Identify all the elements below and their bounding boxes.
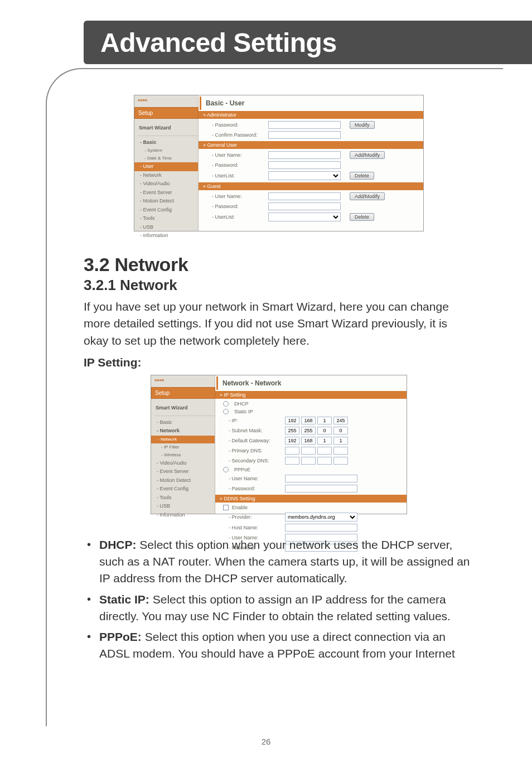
ip-octet-input[interactable] [317,457,332,465]
ip-octet-input[interactable] [317,437,332,445]
sidebar-item: - Video/Audio [138,180,198,189]
ip-octet-input[interactable] [317,427,332,434]
modify-button[interactable]: Modify [350,121,375,129]
label-userlist: - UserList: [212,214,265,220]
ip-octet-input[interactable] [333,437,348,445]
general-userlist-row: - UserList: Delete [199,170,423,181]
pppoe-user-input[interactable] [285,475,357,482]
general-user-bar: » General User [199,141,423,149]
section-heading-network: 3.2 Network [84,254,474,276]
ip-octet-input[interactable] [301,417,316,424]
label-password: - Password: [212,122,265,128]
ip-octet-row: - Secondary DNS: [215,456,407,466]
ip-octet-input[interactable] [285,417,299,424]
dhcp-radio-label: DHCP [234,401,249,407]
general-password-input[interactable] [268,161,341,169]
ip-field-label: - Secondary DNS: [229,458,282,463]
label-username: - User Name: [212,194,265,199]
radio-icon[interactable] [223,467,229,472]
delete-button[interactable]: Delete [350,213,374,221]
sidebar-item: - Event Config [154,485,215,494]
sidebar-item: - Information [138,231,198,240]
radio-icon[interactable] [223,401,229,407]
sidebar-item: - Tools [154,494,215,503]
general-username-row: - User Name: Add/Modify [199,150,423,160]
checkbox-icon[interactable] [223,505,229,510]
ip-octet-input[interactable] [301,457,316,465]
add-modify-button[interactable]: Add/Modify [350,192,385,200]
label-password: - Password: [212,204,265,209]
sidebar-item: - Information [154,511,215,520]
ip-field-label: - Subnet Mask: [229,428,282,433]
guest-password-row: - Password: [199,201,423,211]
static-ip-radio-row: Static IP [215,408,407,416]
ip-octet-row: - Subnet Mask: [215,426,407,436]
add-modify-button[interactable]: Add/Modify [350,151,385,159]
label-confirm-password: - Confirm Password: [212,132,265,138]
pppoe-pass-input[interactable] [285,485,357,492]
admin-section-bar: » Administrator [199,111,423,119]
setup-tab: Setup [134,107,199,119]
ip-octet-input[interactable] [333,457,348,465]
ddns-enable-label: Enable [232,505,248,510]
setup-tab: Setup [151,387,215,399]
ip-octet-input[interactable] [285,457,299,465]
ip-octet-input[interactable] [285,437,299,445]
page-title: Advanced Settings [100,27,337,58]
sidebar-item: - System [138,147,198,154]
bullet-dhcp-text: Select this option when your network use… [99,538,470,585]
header-banner: Advanced Settings [84,21,532,64]
dhcp-radio-row: DHCP [215,400,407,408]
smart-wizard-link: Smart Wizard [154,401,215,416]
ddns-host-row: - Host Name: [215,523,407,533]
ip-setting-bullet-list: DHCP: Select this option when your netwo… [84,537,474,662]
ip-octet-input[interactable] [333,417,348,424]
screenshot-network-network: ■■■■ Setup Smart Wizard - Basic- Network… [151,375,407,514]
bullet-dhcp: DHCP: Select this option when your netwo… [84,537,474,586]
ddns-provider-select[interactable]: members.dyndns.org [285,513,357,521]
ip-octet-input[interactable] [301,447,316,455]
ip-octet-input[interactable] [333,447,348,455]
sidebar-item: - Date & Time [138,154,198,162]
ip-octet-input[interactable] [285,427,299,434]
guest-username-input[interactable] [268,192,341,200]
guest-userlist-select[interactable] [268,213,341,221]
ip-octet-input[interactable] [317,417,332,424]
octet-group [285,457,348,465]
radio-icon[interactable] [223,409,229,414]
brand-logo: ■■■■ [138,98,198,105]
sidebar-item: - IP Filter [154,443,215,451]
sidebar-item: - Wireless [154,451,215,459]
label-provider: - Provider: [229,514,282,520]
page-number: 26 [0,737,532,746]
ddns-setting-bar: » DDNS Setting [215,495,407,503]
general-userlist-select[interactable] [268,171,341,180]
sidebar-item: - Basic [154,418,215,427]
ip-field-label: - IP: [229,418,282,423]
label-username: - User Name: [229,476,282,481]
general-username-input[interactable] [268,151,341,159]
ip-octet-input[interactable] [333,427,348,434]
label-hostname: - Host Name: [229,525,282,530]
ddns-enable-row: Enable [215,504,407,511]
ip-octet-input[interactable] [301,437,316,445]
sidebar-item: - Event Server [154,467,215,476]
delete-button[interactable]: Delete [350,172,374,180]
guest-password-input[interactable] [268,202,341,210]
pppoe-radio-row: PPPoE [215,466,407,474]
label-password: - Password: [229,486,282,491]
sidebar-item: - Motion Detect [138,197,198,206]
ip-octet-input[interactable] [317,447,332,455]
ip-setting-heading: IP Setting: [84,356,474,369]
bullet-dhcp-label: DHCP: [99,538,137,551]
sidebar-item: - USB [154,502,215,511]
admin-password-input[interactable] [268,121,341,129]
ip-octet-input[interactable] [301,427,316,434]
sidebar-item: - Event Server [138,189,198,197]
sidebar-item: - Tools [138,214,198,223]
sidebar-item: - Network [154,427,215,436]
admin-confirm-input[interactable] [268,131,341,139]
ddns-host-input[interactable] [285,524,357,532]
sidebar-item: - Network [151,436,215,443]
ip-octet-input[interactable] [285,447,299,455]
